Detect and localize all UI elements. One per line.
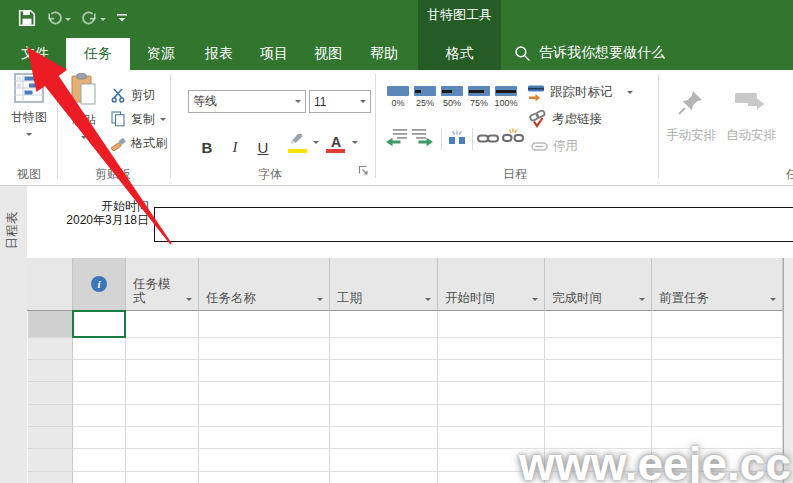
grid-cell[interactable] xyxy=(199,311,330,338)
copy-button[interactable]: 复制 xyxy=(111,108,166,130)
grid-cell[interactable] xyxy=(652,338,783,360)
grid-cell[interactable] xyxy=(73,338,126,360)
grid-cell[interactable] xyxy=(73,311,126,338)
selected-cell[interactable] xyxy=(72,310,126,338)
grid-cell[interactable] xyxy=(545,382,652,405)
grid-cell[interactable] xyxy=(330,449,438,472)
percent-25-button[interactable]: 25% xyxy=(412,86,438,108)
undo-dropdown-caret[interactable] xyxy=(65,18,71,21)
redo-button[interactable] xyxy=(81,11,106,26)
percent-50-button[interactable]: 50% xyxy=(439,86,465,108)
row-header[interactable] xyxy=(27,382,73,405)
grid-cell[interactable] xyxy=(545,338,652,360)
timeline-band[interactable] xyxy=(154,207,793,242)
bold-button[interactable]: B xyxy=(196,128,218,156)
inactivate-button[interactable]: 停用 xyxy=(531,138,578,155)
grid-cell[interactable] xyxy=(126,405,199,427)
grid-cell[interactable] xyxy=(652,360,783,382)
grid-cell[interactable] xyxy=(199,382,330,405)
column-header-start[interactable]: 开始时间 xyxy=(438,258,545,311)
tab-resource[interactable]: 资源 xyxy=(134,38,188,70)
mark-on-track-button[interactable]: 跟踪时标记 xyxy=(527,84,633,101)
font-color-dropdown-caret[interactable] xyxy=(352,141,358,144)
italic-button[interactable]: I xyxy=(224,128,246,156)
respect-links-button[interactable]: 考虑链接 xyxy=(528,110,602,128)
grid-cell[interactable] xyxy=(545,360,652,382)
grid-cell[interactable] xyxy=(545,405,652,427)
filter-chevron-icon[interactable] xyxy=(770,298,776,301)
tab-view[interactable]: 视图 xyxy=(302,38,354,70)
grid-cell[interactable] xyxy=(73,405,126,427)
grid-cell[interactable] xyxy=(652,382,783,405)
row-header[interactable] xyxy=(27,311,73,338)
grid-cell[interactable] xyxy=(126,449,199,472)
row-header[interactable] xyxy=(27,427,73,449)
grid-cell[interactable] xyxy=(438,405,545,427)
font-color-button[interactable]: A xyxy=(324,128,348,156)
split-task-button[interactable] xyxy=(447,130,467,146)
format-painter-button[interactable]: 格式刷 xyxy=(111,132,167,154)
grid-cell[interactable] xyxy=(126,338,199,360)
grid-cell[interactable] xyxy=(199,449,330,472)
grid-cell[interactable] xyxy=(438,360,545,382)
grid-corner-cell[interactable] xyxy=(27,258,73,311)
font-size-select[interactable]: 11 xyxy=(309,90,371,113)
percent-0-button[interactable]: 0% xyxy=(385,86,411,108)
redo-dropdown-caret[interactable] xyxy=(100,18,106,21)
tab-task[interactable]: 任务 xyxy=(66,38,130,70)
grid-cell[interactable] xyxy=(73,382,126,405)
tab-project[interactable]: 项目 xyxy=(248,38,300,70)
grid-cell[interactable] xyxy=(330,472,438,483)
row-header[interactable] xyxy=(27,405,73,427)
percent-100-button[interactable]: 100% xyxy=(493,86,519,108)
filter-chevron-icon[interactable] xyxy=(425,298,431,301)
percent-75-button[interactable]: 75% xyxy=(466,86,492,108)
filter-chevron-icon[interactable] xyxy=(186,298,192,301)
manually-schedule-button[interactable]: 手动安排 xyxy=(662,88,720,144)
undo-button[interactable] xyxy=(46,11,71,26)
grid-cell[interactable] xyxy=(330,311,438,338)
grid-cell[interactable] xyxy=(73,472,126,483)
column-header-predecessors[interactable]: 前置任务 xyxy=(652,258,783,311)
filter-chevron-icon[interactable] xyxy=(639,298,645,301)
paste-button[interactable]: 粘贴 xyxy=(62,73,106,139)
grid-cell[interactable] xyxy=(126,311,199,338)
grid-cell[interactable] xyxy=(73,360,126,382)
underline-button[interactable]: U xyxy=(252,128,274,156)
column-header-task-name[interactable]: 任务名称 xyxy=(199,258,330,311)
row-header[interactable] xyxy=(27,449,73,472)
highlight-color-button[interactable] xyxy=(286,128,310,156)
unlink-tasks-button[interactable] xyxy=(501,128,525,145)
grid-cell[interactable] xyxy=(438,311,545,338)
tab-report[interactable]: 报表 xyxy=(192,38,246,70)
font-dialog-launcher-icon[interactable] xyxy=(358,165,369,176)
tell-me-search[interactable]: 告诉我你想要做什么 xyxy=(514,40,665,66)
grid-cell[interactable] xyxy=(199,405,330,427)
grid-cell[interactable] xyxy=(73,449,126,472)
row-header[interactable] xyxy=(27,472,73,483)
column-header-duration[interactable]: 工期 xyxy=(330,258,438,311)
link-tasks-button[interactable] xyxy=(477,132,499,145)
grid-cell[interactable] xyxy=(199,472,330,483)
tab-help[interactable]: 帮助 xyxy=(358,38,410,70)
save-button[interactable] xyxy=(18,9,36,27)
grid-cell[interactable] xyxy=(545,311,652,338)
grid-cell[interactable] xyxy=(438,382,545,405)
grid-cell[interactable] xyxy=(438,338,545,360)
gantt-chart-view-button[interactable]: 甘特图 xyxy=(5,73,53,136)
column-header-finish[interactable]: 完成时间 xyxy=(545,258,652,311)
filter-chevron-icon[interactable] xyxy=(317,298,323,301)
grid-cell[interactable] xyxy=(126,427,199,449)
grid-cell[interactable] xyxy=(330,382,438,405)
row-header[interactable] xyxy=(27,338,73,360)
tab-file[interactable]: 文件 xyxy=(8,38,62,70)
grid-cell[interactable] xyxy=(330,338,438,360)
grid-cell[interactable] xyxy=(330,427,438,449)
grid-cell[interactable] xyxy=(652,405,783,427)
grid-cell[interactable] xyxy=(73,427,126,449)
grid-cell[interactable] xyxy=(199,338,330,360)
indent-task-button[interactable] xyxy=(411,128,434,148)
tab-format[interactable]: 格式 xyxy=(420,38,499,70)
font-name-select[interactable]: 等线 xyxy=(188,90,306,113)
grid-cell[interactable] xyxy=(330,360,438,382)
